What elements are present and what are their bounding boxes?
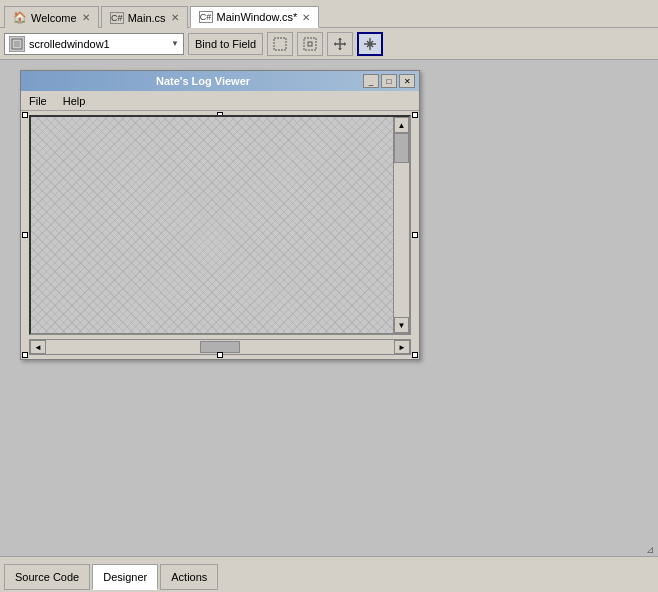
widget-selector-text: scrolledwindow1 <box>29 38 171 50</box>
resize-icon <box>302 36 318 52</box>
cs-file-icon: C# <box>110 12 124 24</box>
resize-mode-button[interactable] <box>297 32 323 56</box>
tab-welcome-label: Welcome <box>31 12 77 24</box>
bottom-bar: Source Code Designer Actions <box>0 556 658 592</box>
right-arrow-icon: ► <box>398 343 406 352</box>
source-code-label: Source Code <box>15 571 79 583</box>
resize-handle[interactable]: ⊿ <box>646 544 658 556</box>
select-mode-button[interactable] <box>267 32 293 56</box>
tab-main-cs-label: Main.cs <box>128 12 166 24</box>
move-mode-button[interactable] <box>327 32 353 56</box>
vscrollbar-track[interactable] <box>394 133 409 317</box>
bottom-tab-actions[interactable]: Actions <box>160 564 218 590</box>
vertical-scrollbar: ▲ ▼ <box>393 117 409 333</box>
tab-bar: 🏠 Welcome ✕ C# Main.cs ✕ C# MainWindow.c… <box>0 0 658 28</box>
svg-rect-1 <box>14 41 20 47</box>
tab-mainwindow-cs[interactable]: C# MainWindow.cs* ✕ <box>190 6 320 28</box>
svg-point-5 <box>368 42 372 46</box>
designer-window-title: Nate's Log Viewer <box>43 75 363 87</box>
widget-icon <box>9 36 25 52</box>
close-icon: ✕ <box>404 77 411 86</box>
menu-help[interactable]: Help <box>59 94 90 108</box>
svg-rect-2 <box>274 38 286 50</box>
dropdown-arrow: ▼ <box>171 39 179 48</box>
close-button[interactable]: ✕ <box>399 74 415 88</box>
sel-handle-tr[interactable] <box>412 112 418 118</box>
vscrollbar-down-button[interactable]: ▼ <box>394 317 409 333</box>
tab-mainwindow-cs-close[interactable]: ✕ <box>302 12 310 23</box>
scrolled-content: ▲ ▼ <box>29 115 411 335</box>
sel-handle-tl[interactable] <box>22 112 28 118</box>
up-arrow-icon: ▲ <box>398 121 406 130</box>
canvas-area: Nate's Log Viewer _ □ ✕ File Help <box>0 60 658 556</box>
svg-rect-4 <box>308 42 312 46</box>
bottom-tab-designer[interactable]: Designer <box>92 564 158 590</box>
hscrollbar-left-button[interactable]: ◄ <box>30 340 46 354</box>
minimize-button[interactable]: _ <box>363 74 379 88</box>
sel-handle-mr[interactable] <box>412 232 418 238</box>
move-icon <box>332 36 348 52</box>
sel-handle-bl[interactable] <box>22 352 28 358</box>
maximize-button[interactable]: □ <box>381 74 397 88</box>
designer-window: Nate's Log Viewer _ □ ✕ File Help <box>20 70 420 360</box>
crosshatch-canvas[interactable] <box>31 117 393 333</box>
sel-handle-br[interactable] <box>412 352 418 358</box>
svg-rect-3 <box>304 38 316 50</box>
tab-main-cs[interactable]: C# Main.cs ✕ <box>101 6 188 28</box>
sel-handle-ml[interactable] <box>22 232 28 238</box>
select-icon <box>272 36 288 52</box>
minimize-icon: _ <box>369 77 373 86</box>
sel-handle-bm[interactable] <box>217 352 223 358</box>
hscrollbar-right-button[interactable]: ► <box>394 340 410 354</box>
designer-menubar: File Help <box>21 91 419 111</box>
bind-field-button[interactable]: Bind to Field <box>188 33 263 55</box>
tab-mainwindow-cs-label: MainWindow.cs* <box>217 11 298 23</box>
pointer-icon <box>362 36 378 52</box>
bind-field-label: Bind to Field <box>195 38 256 50</box>
left-arrow-icon: ◄ <box>34 343 42 352</box>
vscrollbar-up-button[interactable]: ▲ <box>394 117 409 133</box>
cs-file-icon-2: C# <box>199 11 213 23</box>
maximize-icon: □ <box>387 77 392 86</box>
vscrollbar-thumb[interactable] <box>394 133 409 163</box>
home-icon: 🏠 <box>13 11 27 25</box>
tab-welcome-close[interactable]: ✕ <box>82 12 90 23</box>
designer-titlebar: Nate's Log Viewer _ □ ✕ <box>21 71 419 91</box>
pointer-mode-button[interactable] <box>357 32 383 56</box>
actions-label: Actions <box>171 571 207 583</box>
bottom-tab-source-code[interactable]: Source Code <box>4 564 90 590</box>
tab-welcome[interactable]: 🏠 Welcome ✕ <box>4 6 99 28</box>
titlebar-buttons: _ □ ✕ <box>363 74 415 88</box>
widget-selector[interactable]: scrolledwindow1 ▼ <box>4 33 184 55</box>
tab-main-cs-close[interactable]: ✕ <box>171 12 179 23</box>
designer-label: Designer <box>103 571 147 583</box>
toolbar: scrolledwindow1 ▼ Bind to Field <box>0 28 658 60</box>
down-arrow-icon: ▼ <box>398 321 406 330</box>
menu-file[interactable]: File <box>25 94 51 108</box>
